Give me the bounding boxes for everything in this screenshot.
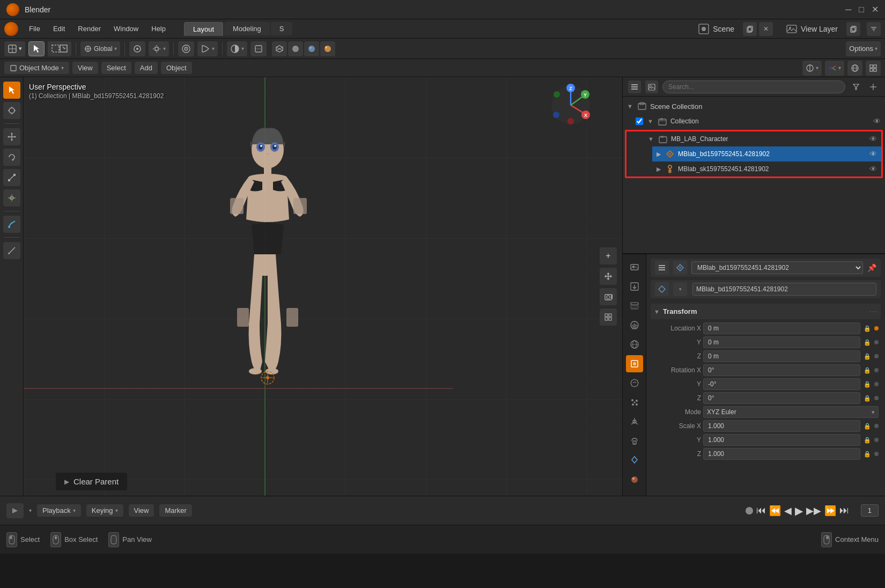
tab-modeling[interactable]: Modeling [224, 22, 270, 35]
playback-button[interactable]: Playback ▾ [37, 504, 81, 517]
frame-number[interactable]: 1 [861, 504, 879, 517]
maximize-button[interactable]: □ [859, 5, 864, 14]
scale-y-dot[interactable] [874, 438, 879, 442]
location-y-dot[interactable] [874, 340, 879, 344]
marker-button[interactable]: Marker [159, 504, 191, 517]
select-menu-button[interactable]: Select [101, 62, 131, 74]
outliner-search-input[interactable] [662, 80, 845, 93]
view-layer-props-button[interactable] [626, 297, 643, 314]
mblab-bd-visibility[interactable]: 👁 [869, 150, 877, 158]
grid-toggle[interactable] [866, 61, 881, 76]
prop-mesh-icon[interactable] [655, 282, 669, 296]
filter-button[interactable] [867, 22, 881, 36]
rotation-z-dot[interactable] [874, 396, 879, 400]
camera-viewport-button[interactable] [600, 288, 617, 305]
scale-x-dot[interactable] [874, 424, 879, 428]
data-props-button[interactable] [626, 452, 643, 469]
material-props-button[interactable] [626, 471, 643, 488]
snap-settings-button[interactable]: ▾ [149, 41, 169, 56]
pan-viewport-button[interactable] [600, 268, 617, 285]
options-button[interactable]: Options ▾ [846, 41, 881, 56]
scale-x-lock[interactable]: 🔒 [862, 421, 872, 431]
step-back-button[interactable]: ◀ [784, 505, 792, 517]
mblab-sk-visibility[interactable]: 👁 [869, 165, 877, 173]
outliner-mblab-bd[interactable]: ▶ MBlab_bd1597552451.4281902 👁 [652, 146, 881, 161]
outliner-mblab-sk[interactable]: ▶ MBlab_sk1597552451.4281902 👁 [652, 161, 881, 177]
rotation-y-field[interactable]: -0° [703, 378, 860, 390]
prop-object-type-icon[interactable] [673, 261, 687, 275]
prop-view-toggle[interactable] [655, 261, 669, 275]
grid-viewport-button[interactable] [600, 308, 617, 326]
scene-props-button[interactable] [626, 317, 643, 334]
world-props-button[interactable] [626, 336, 643, 353]
jump-start-button[interactable]: ⏮ [756, 505, 766, 516]
keying-button[interactable]: Keying ▾ [86, 504, 123, 517]
move-tool[interactable] [3, 128, 20, 145]
particles-props-button[interactable] [626, 394, 643, 411]
close-button[interactable]: ✕ [872, 5, 879, 14]
mode-icon-button[interactable] [6, 503, 24, 518]
rotation-z-lock[interactable]: 🔒 [862, 393, 872, 403]
add-menu-button[interactable]: Add [135, 62, 158, 74]
location-x-lock[interactable]: 🔒 [862, 324, 872, 333]
menu-render[interactable]: Render [72, 23, 106, 35]
jump-end-button[interactable]: ⏭ [839, 505, 849, 516]
outliner-sync-button[interactable] [867, 80, 880, 93]
location-y-field[interactable]: 0 m [703, 336, 860, 348]
menu-file[interactable]: File [24, 23, 46, 35]
snap-button[interactable] [129, 41, 145, 56]
object-props-button[interactable] [626, 355, 643, 372]
modifier-props-button[interactable] [626, 374, 643, 392]
menu-edit[interactable]: Edit [48, 23, 70, 35]
location-x-field[interactable]: 0 m [703, 322, 860, 334]
physics-props-button[interactable] [626, 413, 643, 430]
wireframe-shading[interactable] [272, 41, 287, 56]
outliner-filter-button[interactable] [850, 80, 862, 93]
add-viewport-button[interactable]: + [600, 247, 617, 264]
play-button[interactable]: ▶ [795, 504, 803, 517]
menu-help[interactable]: Help [146, 23, 171, 35]
outliner-view-button[interactable] [628, 80, 641, 93]
scale-z-field[interactable]: 1.000 [703, 448, 860, 460]
outliner-mblab-character[interactable]: ▼ MB_LAB_Character 👁 [644, 131, 881, 146]
outliner-collection[interactable]: ▼ Collection 👁 [631, 114, 885, 129]
constraints-props-button[interactable] [626, 432, 643, 450]
collection-checkbox[interactable] [636, 117, 643, 125]
menu-window[interactable]: Window [108, 23, 144, 35]
object-menu-button[interactable]: Object [161, 62, 192, 74]
overlay-button[interactable]: ▾ [227, 41, 247, 56]
viewport[interactable]: User Perspective (1) Collection | MBlab_… [24, 77, 622, 496]
view-menu-button[interactable]: View [72, 62, 98, 74]
transform-tool[interactable] [3, 189, 20, 207]
gizmo-toggle[interactable]: ▾ [825, 61, 844, 76]
transform-section-header[interactable]: ▼ Transform ⋯ [651, 304, 881, 319]
scale-x-field[interactable]: 1.000 [703, 420, 860, 432]
rotation-x-field[interactable]: 0° [703, 364, 860, 376]
rendered-shading[interactable] [320, 41, 335, 56]
nav-gizmo[interactable]: Z Y X [549, 84, 592, 128]
step-forward-button[interactable]: ▶▶ [806, 505, 821, 517]
world-space-button[interactable] [847, 61, 862, 76]
box-select-button[interactable] [48, 41, 71, 56]
scale-y-lock[interactable]: 🔒 [862, 435, 872, 445]
prop-mesh-type[interactable]: ▾ [673, 282, 687, 296]
xray-button[interactable] [250, 41, 267, 56]
scale-y-field[interactable]: 1.000 [703, 434, 860, 446]
location-y-lock[interactable]: 🔒 [862, 337, 872, 347]
select-tool-button[interactable] [28, 41, 45, 56]
rotation-mode-dropdown[interactable]: XYZ Euler ▾ [703, 406, 879, 418]
rotation-y-dot[interactable] [874, 382, 879, 386]
location-z-dot[interactable] [874, 354, 879, 358]
location-x-dot[interactable] [874, 326, 879, 330]
location-z-lock[interactable]: 🔒 [862, 351, 872, 361]
minimize-button[interactable]: ─ [845, 5, 851, 14]
proportional-edit-button[interactable] [178, 41, 194, 56]
rotation-x-lock[interactable]: 🔒 [862, 365, 872, 375]
output-props-button[interactable] [626, 278, 643, 295]
object-name-input[interactable] [692, 283, 876, 296]
proportional-mode-button[interactable]: ▾ [197, 41, 218, 56]
material-shading[interactable] [304, 41, 319, 56]
viewport-overlay-toggle[interactable]: ▾ [802, 61, 822, 76]
scale-z-dot[interactable] [874, 452, 879, 456]
view-button[interactable]: View [129, 504, 154, 517]
